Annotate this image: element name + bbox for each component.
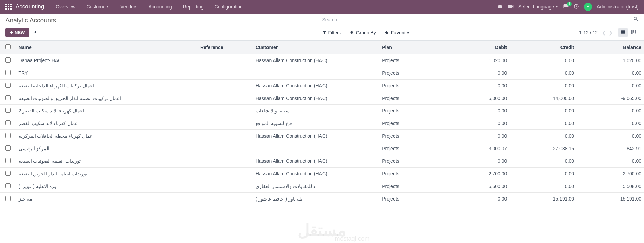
bug-icon[interactable] (497, 4, 503, 10)
col-reference[interactable]: Reference (198, 41, 253, 54)
clock-icon[interactable] (574, 4, 579, 10)
table-wrap: Name Reference Customer Plan Debit Credi… (0, 41, 644, 205)
cell-customer (253, 142, 379, 155)
cell-credit: 0.00 (510, 54, 577, 67)
row-checkbox[interactable] (5, 70, 11, 75)
table-row[interactable]: توريدات انظمه الصوتيات الضبعهHassan Alla… (0, 155, 644, 168)
cell-credit: 0.00 (510, 180, 577, 193)
nav-vendors[interactable]: Vendors (115, 1, 142, 12)
col-debit[interactable]: Debit (442, 41, 510, 54)
new-button[interactable]: ✚NEW (5, 28, 29, 37)
nav-configuration[interactable]: Configuration (210, 1, 247, 12)
pager: 1-12 / 12 ❮ ❯ (579, 29, 614, 36)
nav-reporting[interactable]: Reporting (178, 1, 208, 12)
pager-prev[interactable]: ❮ (601, 29, 607, 36)
search-wrap (322, 16, 639, 24)
cell-balance: 0.00 (577, 105, 644, 117)
cell-name: اعمال كهرباء الاند سكيب القصر 2 (16, 105, 198, 117)
list-view-button[interactable] (618, 28, 628, 37)
table-row[interactable]: اعمال كهرباء لاند سكيب القصرفاع لتسوية ا… (0, 117, 644, 130)
col-name[interactable]: Name (16, 41, 198, 54)
cell-reference (198, 92, 253, 105)
language-selector[interactable]: Select Language (518, 4, 558, 10)
cell-reference (198, 105, 253, 117)
cell-balance: 5,508.00 (577, 180, 644, 193)
pager-next[interactable]: ❯ (607, 29, 614, 36)
row-checkbox[interactable] (5, 57, 11, 63)
select-all-checkbox[interactable] (5, 44, 11, 49)
cell-reference (198, 130, 253, 142)
pager-text[interactable]: 1-12 / 12 (579, 30, 598, 35)
row-checkbox[interactable] (5, 83, 11, 88)
table-row[interactable]: توريدات انظمه انذار الحريق الضبعهHassan … (0, 168, 644, 180)
plus-icon: ✚ (10, 30, 13, 35)
cell-customer: د للمقاولات والاستثمار العقارى (253, 180, 379, 193)
row-checkbox[interactable] (5, 171, 11, 176)
groupby-button[interactable]: Group By (349, 30, 376, 35)
cell-customer: Hassan Allam Construction (HAC) (253, 168, 379, 180)
col-balance[interactable]: Balance (577, 41, 644, 54)
cell-balance: 0.00 (577, 117, 644, 130)
avatar[interactable]: A (584, 3, 592, 11)
table-row[interactable]: اعمال تركيبات انظمه انذار الحريق والصوتي… (0, 92, 644, 105)
breadcrumb: Analytic Accounts (5, 17, 56, 24)
row-checkbox[interactable] (5, 145, 11, 151)
download-icon[interactable] (33, 30, 38, 35)
cell-plan: Projects (379, 117, 442, 130)
search-input[interactable] (322, 17, 633, 22)
row-checkbox[interactable] (5, 196, 11, 201)
cell-plan: Projects (379, 168, 442, 180)
cell-credit: 0.00 (510, 130, 577, 142)
table-row[interactable]: اعمال كهرباء الاند سكيب القصر 2سيلينا وا… (0, 105, 644, 117)
table-row[interactable]: مه جيزتك باور ( حافظ عاشور )Projects0.00… (0, 193, 644, 205)
cell-customer: سيلينا والانشاءات (253, 105, 379, 117)
cell-name: اعمال كهرباء لاند سكيب القصر (16, 117, 198, 130)
table-row[interactable]: TRYProjects0.000.000.00 (0, 67, 644, 80)
app-title[interactable]: Accounting (16, 3, 44, 10)
svg-rect-5 (633, 30, 634, 33)
table-row[interactable]: Dabaa Project- HACHassan Allam Construct… (0, 54, 644, 67)
apps-icon[interactable] (5, 4, 12, 10)
table-row[interactable]: اعمال تركيبات الكهرباء الداخليه الضبعهHa… (0, 80, 644, 92)
user-name[interactable]: Administrator (trust) (597, 4, 639, 10)
search-icon[interactable] (633, 16, 639, 23)
cell-plan: Projects (379, 80, 442, 92)
navbar-left: Accounting Overview Customers Vendors Ac… (5, 1, 247, 12)
row-checkbox[interactable] (5, 158, 11, 163)
control-panel: Analytic Accounts ✚NEW Filters Group By … (0, 14, 644, 41)
nav-overview[interactable]: Overview (51, 1, 80, 12)
favorites-button[interactable]: Favorites (384, 30, 411, 35)
table-row[interactable]: اعمال كهرباء محطه الحافلات المركزيهHassa… (0, 130, 644, 142)
cell-credit: 0.00 (510, 155, 577, 168)
cell-debit: 1,020.00 (442, 54, 510, 67)
col-credit[interactable]: Credit (510, 41, 577, 54)
table-row[interactable]: المركز الرئيسىProjects3,000.0727,038.16-… (0, 142, 644, 155)
col-customer[interactable]: Customer (253, 41, 379, 54)
top-navbar: Accounting Overview Customers Vendors Ac… (0, 0, 644, 14)
messages-icon[interactable]: 1 (563, 4, 569, 10)
filters-button[interactable]: Filters (322, 30, 341, 35)
col-plan[interactable]: Plan (379, 41, 442, 54)
cell-balance: 0.00 (577, 155, 644, 168)
row-checkbox[interactable] (5, 108, 11, 113)
row-checkbox[interactable] (5, 120, 11, 125)
cell-debit: 5,500.00 (442, 180, 510, 193)
table-row[interactable]: ورة الاهليه ( فويرا )د للمقاولات والاستث… (0, 180, 644, 193)
cell-debit: 0.00 (442, 117, 510, 130)
row-checkbox[interactable] (5, 133, 11, 138)
cell-balance: 1,020.00 (577, 54, 644, 67)
kanban-view-button[interactable] (629, 28, 639, 37)
cell-plan: Projects (379, 180, 442, 193)
nav-accounting[interactable]: Accounting (144, 1, 177, 12)
row-checkbox[interactable] (5, 183, 11, 188)
cell-customer: Hassan Allam Construction (HAC) (253, 155, 379, 168)
cell-debit: 2,700.00 (442, 168, 510, 180)
cell-plan: Projects (379, 142, 442, 155)
cell-credit: 0.00 (510, 80, 577, 92)
nav-customers[interactable]: Customers (81, 1, 114, 12)
cell-customer: Hassan Allam Construction (HAC) (253, 130, 379, 142)
row-checkbox[interactable] (5, 95, 11, 100)
cell-balance: -842.91 (577, 142, 644, 155)
cell-balance: 0.00 (577, 80, 644, 92)
video-icon[interactable] (508, 4, 514, 10)
